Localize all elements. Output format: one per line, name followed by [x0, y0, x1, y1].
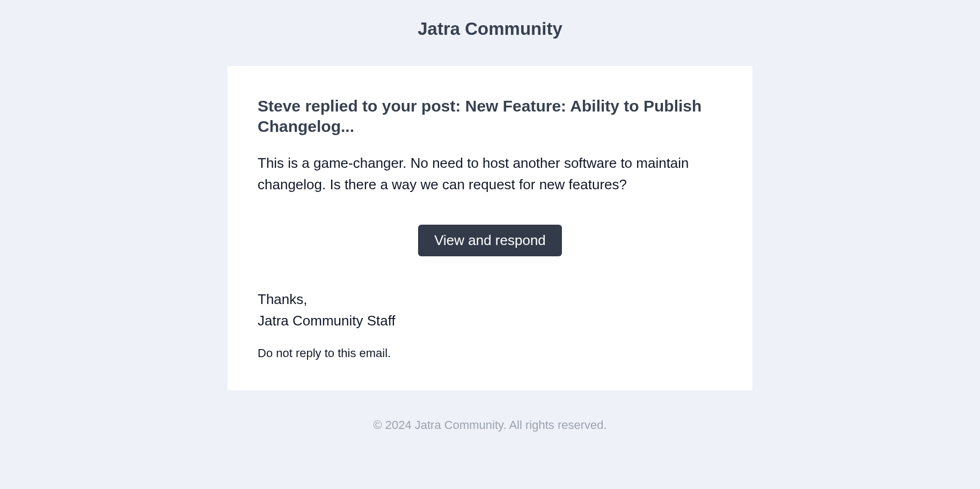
email-subject: Steve replied to your post: New Feature:…: [258, 96, 722, 136]
cta-wrap: View and respond: [258, 225, 722, 256]
email-body: This is a game-changer. No need to host …: [258, 152, 722, 196]
community-title: Jatra Community: [0, 19, 980, 39]
view-respond-button[interactable]: View and respond: [418, 225, 562, 256]
email-footer: © 2024 Jatra Community. All rights reser…: [0, 390, 980, 460]
noreply-notice: Do not reply to this email.: [258, 346, 722, 360]
email-signoff: Thanks, Jatra Community Staff: [258, 288, 722, 332]
email-header: Jatra Community: [0, 11, 980, 66]
email-card: Steve replied to your post: New Feature:…: [228, 66, 752, 390]
signoff-from: Jatra Community Staff: [258, 313, 396, 329]
footer-copyright: © 2024 Jatra Community. All rights reser…: [0, 418, 980, 432]
signoff-thanks: Thanks,: [258, 291, 308, 307]
